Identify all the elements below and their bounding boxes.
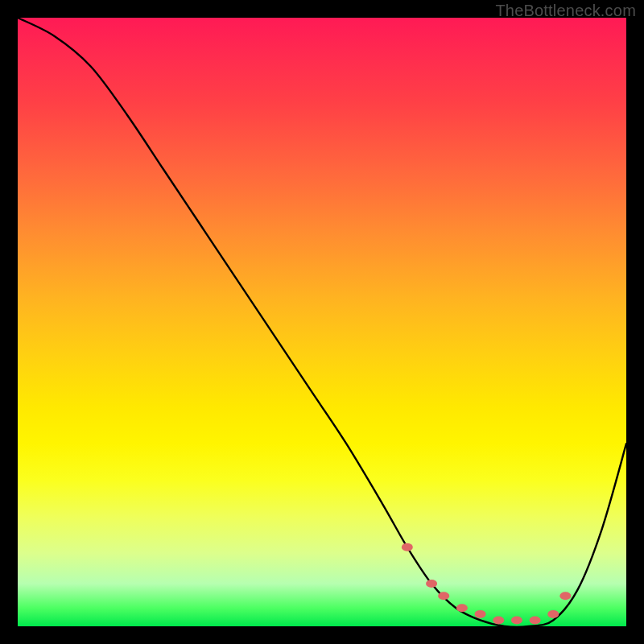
plot-area <box>18 18 626 626</box>
marker-dot <box>402 543 413 551</box>
marker-dot <box>530 616 541 624</box>
highlight-dots <box>402 543 572 625</box>
marker-dot <box>438 592 449 600</box>
chart-frame: TheBottleneck.com <box>0 0 644 644</box>
marker-dot <box>559 592 571 600</box>
marker-dot <box>493 616 504 624</box>
watermark-text: TheBottleneck.com <box>495 2 636 20</box>
marker-dot <box>475 610 486 618</box>
marker-dot <box>456 604 468 612</box>
marker-dot <box>426 580 437 588</box>
curve-layer <box>18 18 626 626</box>
marker-dot <box>511 616 522 624</box>
marker-dot <box>547 610 559 618</box>
bottleneck-curve <box>18 18 626 627</box>
